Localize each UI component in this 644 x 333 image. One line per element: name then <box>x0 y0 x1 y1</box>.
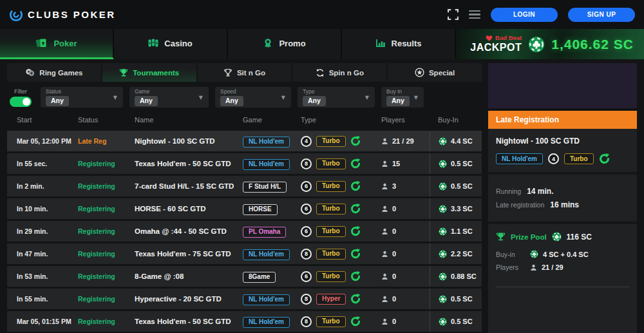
dropdown-buyin[interactable]: Buy In Any ▼ <box>381 87 424 108</box>
tournament-status: Registering <box>78 250 135 258</box>
game-badge: NL Hold'em <box>243 249 290 260</box>
table-size-badge: 8 <box>301 158 312 169</box>
table-row[interactable]: In 55 sec. Registering Texas Hold'em - 5… <box>7 153 482 174</box>
subnav-tab-special[interactable]: Special <box>388 63 482 82</box>
tournament-start: In 55 sec. <box>17 160 78 167</box>
jackpot-panel[interactable]: Bad Beat JACKPOT 1,406.62 SC <box>456 29 644 59</box>
buyin-amount: 0.88 SC <box>451 272 477 280</box>
subnav-tab-spin-n-go[interactable]: Spin n Go <box>292 63 388 82</box>
table-row[interactable]: In 29 min. Registering Omaha @ :44 - 50 … <box>7 221 482 242</box>
tournament-status: Registering <box>78 318 135 325</box>
players-value: 21 / 29 <box>542 263 564 271</box>
game-badge: NL Hold'em <box>243 294 290 305</box>
dropdown-speed[interactable]: Speed Any ▼ <box>215 87 291 108</box>
game-badge: 8Game <box>243 272 276 283</box>
subnav-tab-sit-n-go[interactable]: Sit n Go <box>198 63 293 82</box>
players-icon <box>381 138 388 145</box>
dropdown-label: Status <box>46 88 109 95</box>
dropdown-value: Any <box>46 96 69 106</box>
speed-badge: Turbo <box>316 136 346 147</box>
chip-icon <box>530 250 538 258</box>
filter-toggle[interactable] <box>10 97 32 107</box>
nav-tab-poker[interactable]: Poker <box>0 29 114 59</box>
bad-beat-badge: Bad Beat <box>470 35 522 41</box>
game-badge: NL Hold'em <box>243 317 290 328</box>
buyin-amount: 0.5 SC <box>451 160 473 167</box>
tournament-start: In 55 min. <box>17 295 78 303</box>
subnav-tab-label: Spin n Go <box>329 69 364 77</box>
filter-bar: Filter Status Any ▼ Game Any ▼ Speed Any… <box>7 86 482 109</box>
table-size-badge: 4 <box>301 136 312 147</box>
table-row[interactable]: In 47 min. Registering Texas Hold'em - 7… <box>7 243 482 264</box>
dropdown-status[interactable]: Status Any ▼ <box>41 87 123 108</box>
reentry-icon <box>350 271 361 281</box>
logo-text: CLUBS POKER <box>28 9 116 20</box>
speed-badge: Turbo <box>316 316 346 327</box>
players-icon <box>530 264 537 271</box>
nav-tab-promo[interactable]: Promo <box>228 29 342 59</box>
subnav-tab-ring-games[interactable]: Ring Games <box>7 63 102 82</box>
chip-icon <box>439 295 447 303</box>
column-header-status[interactable]: Status <box>78 116 135 124</box>
column-header-buyin[interactable]: Buy-In <box>430 116 482 124</box>
game-badge: NL Hold'em <box>496 153 543 164</box>
chip-icon <box>552 232 562 242</box>
table-row[interactable]: In 55 min. Registering Hyperactive - 20 … <box>7 289 482 309</box>
players-icon <box>381 251 388 258</box>
game-badge: NL Hold'em <box>243 137 290 147</box>
dropdown-value: Any <box>135 96 158 106</box>
subnav-tab-tournaments[interactable]: Tournaments <box>102 63 198 82</box>
nav-tab-casino[interactable]: Casino <box>114 29 228 59</box>
login-button[interactable]: LOGIN <box>491 8 558 22</box>
tournament-start: In 29 min. <box>17 227 78 235</box>
tournament-start: In 10 min. <box>17 205 78 213</box>
dropdown-game[interactable]: Game Any ▼ <box>129 87 209 108</box>
bad-beat-icon <box>486 35 493 41</box>
table-row[interactable]: In 10 min. Registering HORSE - 60 SC GTD… <box>7 198 482 219</box>
table-row[interactable]: In 2 min. Registering 7-card Stud H/L - … <box>7 176 482 196</box>
logo-icon <box>9 8 23 22</box>
menu-icon[interactable] <box>469 10 480 19</box>
table-row[interactable]: Mar 05, 12:00 PM Late Reg Nightowl - 100… <box>7 131 482 151</box>
table-row[interactable]: Mar 05, 01:15 PM Registering Texas Hold'… <box>7 311 482 332</box>
players-icon <box>381 228 388 235</box>
table-row[interactable]: In 53 min. Registering 8-Game @ :08 8Gam… <box>7 266 482 287</box>
column-header-type[interactable]: Type <box>301 116 381 124</box>
table-size-badge: 6 <box>301 226 312 237</box>
signup-button[interactable]: SIGN UP <box>568 8 635 22</box>
chip-icon <box>439 205 447 213</box>
tournament-name: Omaha @ :44 - 50 SC GTD <box>135 227 243 235</box>
column-header-start[interactable]: Start <box>17 116 78 124</box>
players-count: 0 <box>392 250 396 258</box>
logo[interactable]: CLUBS POKER <box>9 8 116 22</box>
reentry-icon <box>350 136 361 146</box>
players-count: 0 <box>392 227 396 235</box>
players-icon <box>381 160 388 167</box>
trophy-icon <box>119 68 128 77</box>
tournament-status: Registering <box>78 272 135 280</box>
chevron-down-icon: ▼ <box>113 95 117 100</box>
players-count: 15 <box>392 160 400 167</box>
column-header-name[interactable]: Name <box>135 116 243 124</box>
poker-cards-icon <box>35 38 48 48</box>
table-body: Mar 05, 12:00 PM Late Reg Nightowl - 100… <box>7 129 482 332</box>
tournament-start: In 53 min. <box>17 272 78 280</box>
speed-badge: Turbo <box>316 204 346 214</box>
dropdown-label: Type <box>303 88 361 95</box>
table-size-badge: 6 <box>301 271 312 282</box>
buyin-amount: 2.2 SC <box>451 250 473 258</box>
table-size-badge: 4 <box>548 153 559 164</box>
column-header-game[interactable]: Game <box>243 116 301 124</box>
tournament-name: Texas Hold'em - 75 SC GTD <box>135 250 243 258</box>
dropdown-type[interactable]: Type Any ▼ <box>298 87 375 108</box>
nav-tab-results[interactable]: Results <box>342 29 456 59</box>
jackpot-label: JACKPOT <box>470 42 522 53</box>
table-size-badge: 8 <box>301 294 312 305</box>
fullscreen-icon[interactable] <box>448 9 459 20</box>
game-badge: PL Omaha <box>243 227 286 238</box>
tournament-summary-section: Nightowl - 100 SC GTD NL Hold'em 4 Turbo <box>488 129 637 175</box>
dropdown-label: Game <box>135 88 194 95</box>
column-header-players[interactable]: Players <box>381 116 430 124</box>
players-count: 0 <box>392 205 396 213</box>
dropdown-value: Any <box>386 96 410 106</box>
